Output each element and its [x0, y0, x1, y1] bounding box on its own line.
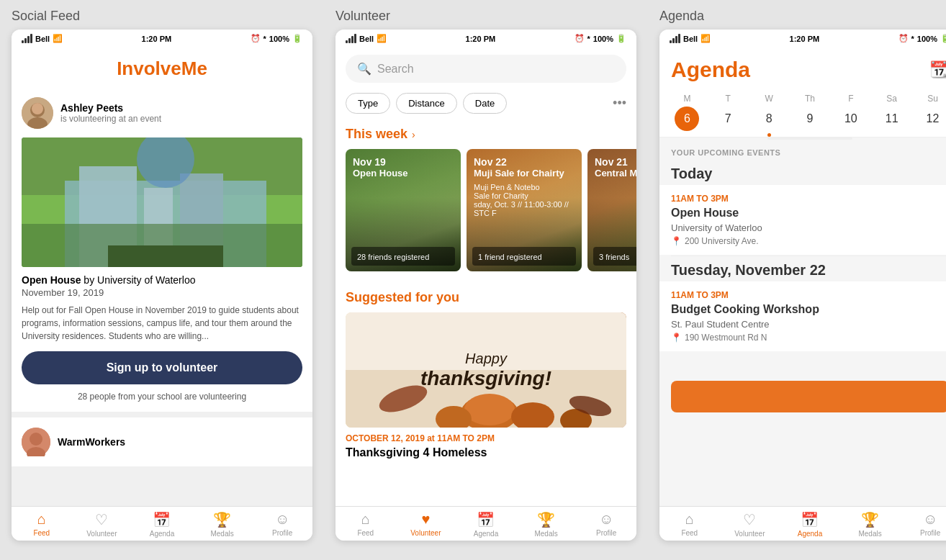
agenda-scroll[interactable]: YOUR UPCOMING EVENTS Today 11AM TO 3PM O…	[659, 140, 946, 506]
nav-agenda[interactable]: 📅 Agenda	[132, 511, 192, 538]
agenda-content: YOUR UPCOMING EVENTS Today 11AM TO 3PM O…	[659, 140, 946, 541]
event-name-0: Open House	[353, 168, 408, 180]
this-week-title: This week	[346, 127, 407, 142]
agenda-event-card-0[interactable]: 11AM TO 3PM Open House University of Wat…	[659, 185, 946, 255]
event-cards-row: Nov 19 Open House 28 friends registered …	[335, 149, 636, 271]
nav-medals-vol[interactable]: 🏆 Medals	[516, 511, 577, 538]
this-week-chevron[interactable]: ›	[412, 129, 415, 140]
vol-content: 🔍 Search Type Distance Date ••• This wee…	[335, 48, 636, 541]
preview-name: WarmWorkers	[58, 436, 125, 448]
filter-distance[interactable]: Distance	[396, 93, 457, 114]
day-dot	[767, 133, 771, 137]
nav-feed-label: Feed	[33, 529, 50, 537]
nav-agenda-vol[interactable]: 📅 Agenda	[456, 511, 516, 538]
time-vol: 1:20 PM	[466, 35, 496, 43]
feed-header: InvolveMe	[12, 48, 312, 87]
nav-volunteer-label: Volunteer	[86, 530, 117, 538]
event-friends-0: 28 friends registered	[351, 247, 455, 266]
nav-profile[interactable]: ☺ Profile	[252, 511, 312, 538]
event-loc-1: 📍 190 Westmount Rd N	[671, 333, 946, 343]
nav-feed-vol[interactable]: ⌂ Feed	[335, 511, 396, 538]
nav-volunteer-vol[interactable]: ♥ Volunteer	[396, 511, 456, 538]
filter-more-btn[interactable]: •••	[613, 96, 626, 111]
nav-profile-agenda[interactable]: ☺ Profile	[900, 511, 946, 538]
battery-icon-vol: 🔋	[616, 34, 626, 43]
day-letter-6: Su	[927, 94, 938, 104]
filter-date[interactable]: Date	[463, 93, 507, 114]
svg-rect-12	[108, 245, 223, 267]
alarm-icon-vol: ⏰	[575, 34, 585, 43]
vol-scroll[interactable]: 🔍 Search Type Distance Date ••• This wee…	[335, 48, 636, 506]
nav-agenda-agenda[interactable]: 📅 Agenda	[780, 511, 840, 538]
nav-feed-agenda[interactable]: ⌂ Feed	[659, 511, 720, 538]
search-bar[interactable]: 🔍 Search	[346, 55, 626, 83]
day-num-2[interactable]: 8	[757, 107, 781, 131]
nav-profile-vol[interactable]: ☺ Profile	[576, 511, 636, 538]
calendar-icon[interactable]: 📆	[929, 60, 946, 79]
nav-agenda-label: Agenda	[150, 530, 174, 538]
tuesday-label: Tuesday, November 22	[659, 256, 946, 281]
event-text-0: Nov 19 Open House	[353, 156, 408, 180]
nav-volunteer[interactable]: ♡ Volunteer	[72, 511, 132, 538]
feed-card-main: Ashley Peets is volunteering at an event	[12, 87, 312, 412]
event-card-0[interactable]: Nov 19 Open House 28 friends registered	[346, 149, 461, 271]
day-letter-2: W	[765, 94, 772, 104]
social-count: 28 people from your school are volunteer…	[22, 392, 302, 402]
feed-content: Ashley Peets is volunteering at an event	[12, 87, 312, 541]
search-input[interactable]: Search	[377, 63, 615, 76]
feed-event-image	[22, 137, 302, 267]
wifi-icon-feed: 📶	[53, 34, 63, 43]
bluetooth-icon: *	[263, 35, 266, 43]
day-col-0: M 6	[675, 94, 699, 131]
day-letter-5: Sa	[886, 94, 897, 104]
agenda-event-card-1[interactable]: 11AM TO 3PM Budget Cooking Workshop St. …	[659, 281, 946, 351]
nav-medals[interactable]: 🏆 Medals	[192, 511, 253, 538]
feed-logo: InvolveMe	[12, 58, 312, 80]
event-card-1[interactable]: Nov 22 Muji Sale for Chairty Muji Pen & …	[467, 149, 582, 271]
day-num-1[interactable]: 7	[716, 107, 740, 131]
event-friends-1: 1 friend registered	[472, 247, 576, 266]
nav-volunteer-label-agenda: Volunteer	[734, 530, 765, 538]
home-icon-agenda: ⌂	[685, 511, 694, 528]
event-friends-2: 3 friends	[593, 247, 636, 266]
event-title-0: Open House	[671, 207, 946, 220]
thanksgiving-image: Happy thanksgiving!	[346, 312, 626, 428]
event-loc-0: 📍 200 University Ave.	[671, 236, 946, 246]
alarm-icon-agenda: ⏰	[898, 34, 909, 43]
nav-medals-agenda[interactable]: 🏆 Medals	[840, 511, 901, 538]
day-num-4[interactable]: 10	[839, 107, 863, 131]
day-col-5: Sa 11	[880, 94, 904, 131]
day-letter-4: F	[848, 94, 853, 104]
profile-icon: ☺	[275, 511, 289, 528]
agenda-header: Agenda 📆	[659, 48, 946, 88]
signup-button[interactable]: Sign up to volunteer	[22, 351, 302, 384]
thanks-line1: Happy	[465, 351, 507, 367]
medals-icon-vol: 🏆	[537, 511, 555, 528]
nav-medals-label-vol: Medals	[534, 530, 557, 538]
this-week-section: This week ›	[335, 122, 636, 149]
event-card-2[interactable]: Nov 21 Central Market Food Dr 3 friends	[587, 149, 636, 271]
agenda-action-btn[interactable]	[671, 381, 946, 412]
nav-volunteer-agenda[interactable]: ♡ Volunteer	[720, 511, 780, 538]
day-num-3[interactable]: 9	[798, 107, 822, 131]
carrier-vol: Bell	[359, 35, 374, 43]
home-icon-vol: ⌂	[361, 511, 370, 528]
day-col-3: Th 9	[798, 94, 822, 131]
event-date: November 19, 2019	[22, 287, 302, 298]
avatar-ashley	[22, 97, 53, 129]
day-num-5[interactable]: 11	[880, 107, 904, 131]
svg-point-14	[30, 433, 42, 446]
event-org: University of Waterloo	[97, 274, 195, 286]
carrier-agenda: Bell	[683, 35, 698, 43]
alarm-icon: ⏰	[251, 34, 261, 43]
agenda-icon: 📅	[153, 511, 171, 528]
thanksgiving-title: Thanksgiving 4 Homeless	[346, 446, 626, 459]
nav-feed[interactable]: ⌂ Feed	[12, 511, 72, 538]
day-num-0[interactable]: 6	[675, 107, 699, 131]
upcoming-label: YOUR UPCOMING EVENTS	[659, 140, 946, 160]
filter-type[interactable]: Type	[346, 93, 390, 114]
day-num-6[interactable]: 12	[920, 107, 945, 131]
day-col-2: W 8	[757, 94, 781, 131]
feed-scroll[interactable]: Ashley Peets is volunteering at an event	[12, 87, 312, 506]
agenda-title: Agenda	[671, 58, 750, 82]
